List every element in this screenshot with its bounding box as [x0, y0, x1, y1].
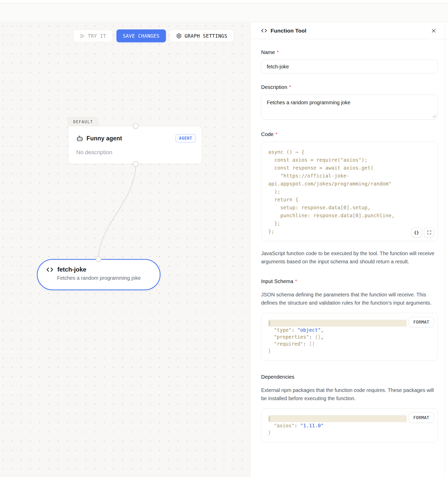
dependencies-field-label: Dependencies	[261, 374, 438, 380]
name-label-text: Name	[261, 49, 275, 55]
group-label-text: DEFAULT	[73, 120, 93, 124]
tool-node-fetch-joke[interactable]: fetch-joke Fetches a random programming …	[37, 259, 161, 290]
name-field-label: Name *	[261, 49, 438, 55]
tool-node-title: fetch-joke	[57, 266, 86, 273]
input-schema-field-label: Input Schema *	[261, 278, 438, 284]
gear-icon	[176, 33, 182, 39]
main-area: TRY IT SAVE CHANGES GRAPH SETTINGS DEFAU…	[0, 22, 448, 477]
agent-node-header: Funny agent AGENT	[76, 134, 196, 143]
code-help-text: JavaScript function code to be executed …	[261, 249, 438, 266]
panel-title: Function Tool	[271, 28, 306, 34]
agent-type-badge: AGENT	[175, 134, 196, 143]
agent-node-funny-agent[interactable]: Funny agent AGENT No description	[68, 126, 202, 164]
agent-node-description: No description	[76, 149, 196, 156]
dependencies-editor[interactable]: { "axios": "1.11.0"} FORMAT	[261, 408, 438, 442]
tool-node-top-handle[interactable]	[96, 256, 101, 262]
required-asterisk: *	[295, 278, 297, 284]
tool-node-description: Fetches a random programming joke	[57, 275, 152, 281]
code-editor-actions: {}	[412, 227, 434, 237]
group-label-default[interactable]: DEFAULT	[68, 117, 98, 126]
graph-settings-button[interactable]: GRAPH SETTINGS	[170, 29, 234, 42]
code-label-text: Code	[261, 131, 274, 137]
graph-settings-label: GRAPH SETTINGS	[185, 33, 227, 39]
agent-node-title: Funny agent	[87, 135, 122, 142]
try-it-button[interactable]: TRY IT	[73, 29, 113, 42]
try-it-label: TRY IT	[88, 33, 106, 39]
input-schema-label-text: Input Schema	[261, 278, 293, 284]
code-editor[interactable]: async () ⇒ { const axios = require("axio…	[261, 142, 438, 241]
edge-layer	[0, 22, 250, 477]
agent-node-bottom-handle[interactable]	[133, 161, 138, 167]
description-field-label: Description *	[261, 84, 438, 90]
braces-icon: {}	[414, 230, 419, 235]
format-button[interactable]: FORMAT	[409, 412, 434, 423]
required-asterisk: *	[277, 49, 279, 55]
panel-body: Name * Description * Fetches a random pr…	[251, 39, 448, 442]
tool-node-header: fetch-joke	[46, 266, 152, 273]
edge-funny-agent-to-fetch-joke[interactable]	[99, 164, 136, 259]
code-icon	[261, 28, 267, 34]
fullscreen-button[interactable]	[424, 227, 434, 237]
format-braces-button[interactable]: {}	[412, 227, 421, 237]
function-tool-panel: Function Tool Name * Description *	[250, 22, 448, 477]
bot-icon	[76, 135, 83, 142]
canvas-toolbar: TRY IT SAVE CHANGES GRAPH SETTINGS	[73, 29, 234, 42]
panel-header: Function Tool	[251, 22, 448, 39]
description-textarea[interactable]: Fetches a random programming joke	[261, 95, 438, 120]
required-asterisk: *	[289, 84, 291, 90]
graph-canvas[interactable]: TRY IT SAVE CHANGES GRAPH SETTINGS DEFAU…	[0, 22, 250, 477]
code-icon	[46, 266, 53, 273]
input-schema-help-text: JSON schema defining the parameters that…	[261, 291, 438, 307]
agent-node-top-handle[interactable]	[133, 123, 138, 129]
format-button[interactable]: FORMAT	[409, 317, 434, 327]
code-field-label: Code *	[261, 131, 438, 137]
play-icon	[80, 33, 85, 39]
window-topbar	[0, 0, 448, 22]
close-panel-button[interactable]	[430, 27, 437, 34]
description-label-text: Description	[261, 84, 287, 90]
maximize-icon	[427, 230, 431, 235]
required-asterisk: *	[275, 131, 278, 137]
code-editor-content[interactable]: async () ⇒ { const axios = require("axio…	[268, 148, 433, 235]
workflow-editor-app: TRY IT SAVE CHANGES GRAPH SETTINGS DEFAU…	[0, 0, 448, 477]
save-changes-label: SAVE CHANGES	[123, 33, 159, 39]
dependencies-help-text: External npm packages that the function …	[261, 386, 438, 402]
dependencies-label-text: Dependencies	[261, 374, 294, 380]
save-changes-button[interactable]: SAVE CHANGES	[116, 29, 166, 42]
description-textarea-wrap: Fetches a random programming joke	[261, 95, 438, 120]
input-schema-editor[interactable]: { "type": "object", "properties": {}, "r…	[261, 313, 438, 361]
close-icon	[431, 28, 437, 34]
name-input[interactable]	[261, 60, 438, 74]
